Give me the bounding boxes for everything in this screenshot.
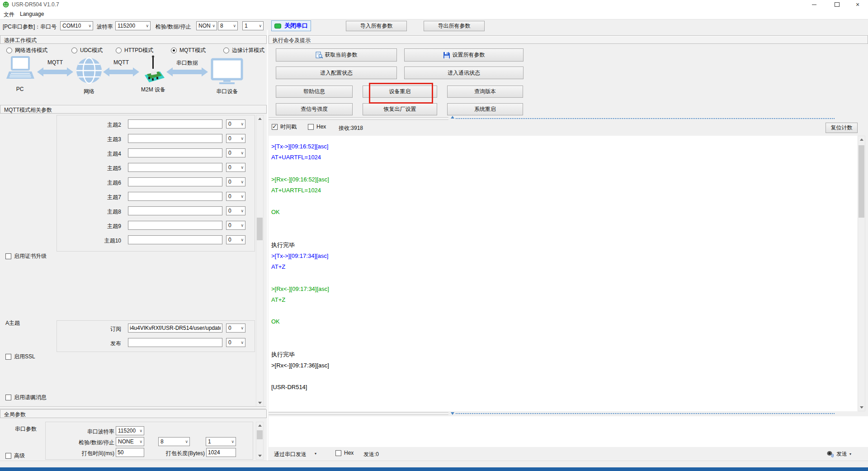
global-scrollbar[interactable] (256, 422, 264, 460)
global-stopbits-select[interactable]: 1∨ (206, 437, 236, 446)
send-splitter[interactable] (269, 412, 448, 415)
query-signal-button[interactable]: 查信号强度 (276, 103, 353, 115)
log-text[interactable]: >[Tx->][09:16:52][asc]AT+UARTFL=1024>[Rx… (269, 136, 858, 411)
menu-file[interactable]: 文件 (4, 11, 14, 19)
publish-qos-select[interactable]: 0∨ (226, 338, 245, 347)
topic-input[interactable] (128, 192, 222, 201)
maximize-button[interactable] (826, 0, 847, 9)
topic-qos-select[interactable]: 0∨ (226, 235, 245, 244)
system-restart-button[interactable]: 系统重启 (447, 103, 523, 115)
query-version-button[interactable]: 查询版本 (447, 86, 523, 98)
send-hex-checkbox[interactable]: Hex (335, 450, 354, 456)
factory-reset-button[interactable]: 恢复出厂设置 (363, 103, 437, 115)
scrollbar-thumb[interactable] (257, 218, 263, 240)
topic-input[interactable] (128, 221, 222, 230)
reset-count-button[interactable]: 复位计数 (826, 123, 858, 133)
scroll-down-icon[interactable] (256, 400, 263, 406)
topic-qos-select[interactable]: 0∨ (226, 119, 245, 128)
checkbox-label: 时间戳 (280, 123, 297, 131)
scrollbar-thumb[interactable] (257, 430, 263, 439)
pack-length-input[interactable] (206, 448, 236, 457)
topic-input[interactable] (128, 163, 222, 172)
work-mode-radio-5[interactable]: 边缘计算模式 (223, 47, 264, 54)
log-hex-checkbox[interactable]: Hex (308, 124, 326, 130)
topic-qos-select[interactable]: 0∨ (226, 221, 245, 230)
log-splitter-dotted[interactable] (456, 118, 835, 119)
chevron-down-icon[interactable]: ▾ (315, 452, 316, 456)
pc-laptop-icon (5, 56, 35, 85)
pack-length-label: 打包长度(Bytes) (136, 450, 205, 457)
get-params-button[interactable]: 获取当前参数 (276, 48, 397, 62)
send-button[interactable]: 发送 ▾ (826, 449, 864, 459)
minimize-icon (812, 5, 816, 5)
topic-qos-select[interactable]: 0∨ (226, 134, 245, 143)
combo-value: NONI (198, 23, 211, 29)
enter-comm-button[interactable]: 进入通讯状态 (404, 67, 524, 79)
export-params-button[interactable]: 导出所有参数 (424, 21, 485, 31)
advanced-checkbox[interactable]: 高级 (5, 452, 25, 459)
parity-select[interactable]: NONI∨ (196, 21, 217, 30)
databits-select[interactable]: 8∨ (218, 21, 238, 30)
scrollbar-thumb[interactable] (859, 145, 864, 218)
close-button[interactable]: × (847, 0, 868, 9)
combo-value: 8 (160, 438, 164, 445)
log-splitter[interactable] (269, 117, 448, 120)
menu-language[interactable]: Language (20, 11, 44, 17)
timestamp-checkbox[interactable]: 时间戳 (272, 124, 297, 130)
mqtt-scrollbar[interactable] (256, 115, 264, 407)
topic-qos-select[interactable]: 0∨ (226, 148, 245, 157)
work-mode-radio-2[interactable]: UDC模式 (71, 47, 103, 54)
left-splitter[interactable] (0, 406, 266, 409)
chevron-down-icon: ∨ (211, 24, 217, 28)
work-mode-radio-1[interactable]: 网络透传模式 (6, 47, 47, 54)
will-message-checkbox[interactable]: 启用遗嘱消息 (5, 394, 47, 400)
com-port-select[interactable]: COM10∨ (60, 21, 93, 30)
topic-qos-select[interactable]: 0∨ (226, 163, 245, 172)
pack-time-label: 打包时间(ms) (45, 450, 114, 457)
work-mode-radio-3[interactable]: HTTPD模式 (116, 47, 153, 54)
splitter-handle-icon[interactable] (451, 116, 454, 119)
combo-value: 0 (228, 339, 231, 346)
radio-label: 网络透传模式 (15, 47, 47, 54)
scroll-down-icon[interactable] (858, 404, 865, 411)
global-parity-select[interactable]: NONE∨ (116, 437, 144, 446)
chevron-down-icon: ∨ (239, 180, 245, 184)
subscribe-input[interactable] (128, 324, 222, 333)
publish-input[interactable] (128, 338, 222, 347)
chevron-down-icon: ∨ (239, 326, 245, 330)
splitter-handle-icon[interactable] (451, 412, 454, 415)
log-scrollbar[interactable] (858, 136, 865, 411)
scroll-down-icon[interactable] (256, 452, 263, 459)
topic-qos-select[interactable]: 0∨ (226, 192, 245, 201)
topic-input[interactable] (128, 177, 222, 186)
diagram-node-label: 串口设备 (210, 88, 244, 95)
enter-config-button[interactable]: 进入配置状态 (276, 67, 397, 79)
scroll-up-icon[interactable] (256, 422, 263, 429)
stopbits-select[interactable]: 1∨ (242, 21, 264, 30)
work-mode-radio-4[interactable]: MQTT模式 (171, 47, 206, 54)
import-params-button[interactable]: 导入所有参数 (346, 21, 407, 31)
global-baud-select[interactable]: 115200∨ (116, 426, 144, 435)
topic-input[interactable] (128, 148, 222, 157)
log-line: >[Rx<-][09:17:36][asc] (271, 361, 329, 370)
topic-input[interactable] (128, 134, 222, 143)
topic-input[interactable] (128, 206, 222, 215)
scroll-up-icon[interactable] (858, 136, 865, 143)
subscribe-qos-select[interactable]: 0∨ (226, 324, 245, 333)
topic-qos-select[interactable]: 0∨ (226, 177, 245, 186)
ssl-checkbox[interactable]: 启用SSL (5, 353, 35, 360)
set-params-button[interactable]: 设置所有参数 (404, 48, 524, 62)
global-databits-select[interactable]: 8∨ (158, 437, 190, 446)
scroll-up-icon[interactable] (256, 115, 263, 122)
baud-select[interactable]: 115200∨ (115, 21, 151, 30)
topic-qos-select[interactable]: 0∨ (226, 206, 245, 215)
cert-upgrade-checkbox[interactable]: 启用证书升级 (5, 253, 47, 259)
send-input-area[interactable] (269, 416, 868, 447)
send-via-dropdown[interactable]: 通过串口发送 (274, 451, 307, 458)
minimize-button[interactable] (804, 0, 825, 9)
close-port-button[interactable]: 关闭串口 (271, 20, 311, 31)
topic-input[interactable] (128, 235, 222, 244)
send-splitter-dotted[interactable] (456, 413, 835, 414)
topic-input[interactable] (128, 119, 222, 128)
help-info-button[interactable]: 帮助信息 (276, 86, 353, 98)
